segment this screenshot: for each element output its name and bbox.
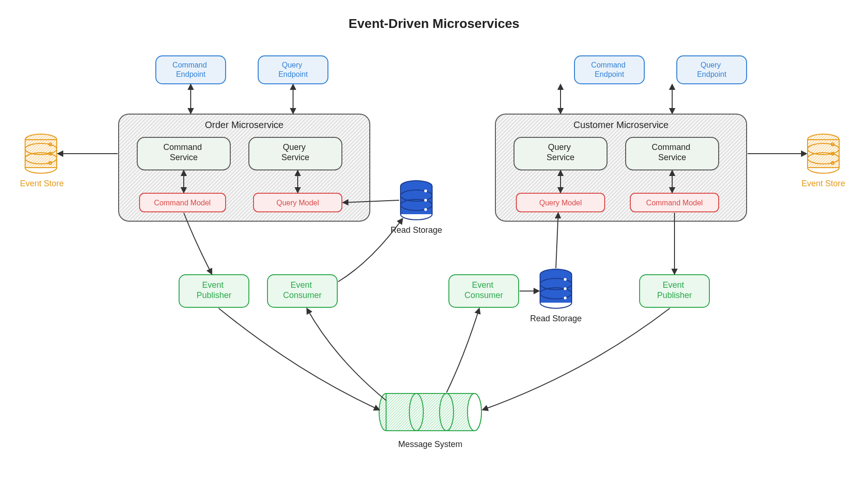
label: Command — [173, 61, 207, 69]
label: Query Model — [539, 199, 582, 207]
order-event-publisher: Event Publisher — [179, 275, 249, 307]
svg-rect-32 — [574, 56, 644, 84]
l1: Event — [662, 280, 684, 290]
diagram-title: Event-Driven Microservices — [348, 16, 519, 31]
order-command-service: Command Service — [137, 137, 230, 170]
order-microservice-title: Order Microservice — [205, 120, 284, 130]
customer-event-consumer: Event Consumer — [449, 275, 519, 307]
l2: Endpoint — [697, 70, 727, 78]
arrow — [219, 308, 379, 410]
label: Command Model — [646, 199, 703, 207]
svg-point-55 — [564, 287, 567, 290]
customer-query-model: Query Model — [516, 193, 605, 212]
label: Event Store — [20, 179, 64, 188]
message-system: Message System — [379, 393, 481, 449]
svg-rect-62 — [386, 393, 474, 431]
customer-query-service: Query Service — [514, 137, 607, 170]
order-command-model: Command Model — [140, 193, 226, 212]
l1: Query — [548, 142, 571, 152]
read-storage-left: Read Storage — [390, 181, 442, 235]
svg-point-63 — [467, 393, 481, 431]
order-query-endpoint: Query Endpoint — [258, 56, 328, 84]
l1: Event — [290, 280, 312, 290]
order-query-service: Query Service — [249, 137, 342, 170]
order-command-endpoint: Command Endpoint — [156, 56, 226, 84]
customer-query-endpoint: Query Endpoint — [677, 56, 747, 84]
l1: Query — [283, 142, 306, 152]
arrow — [307, 309, 386, 400]
label: Query Model — [276, 199, 319, 207]
svg-rect-34 — [677, 56, 747, 84]
l2: Publisher — [657, 291, 692, 300]
l2: Endpoint — [594, 70, 624, 78]
label2: Endpoint — [278, 70, 308, 78]
arrow — [184, 213, 212, 274]
customer-command-model: Command Model — [630, 193, 719, 212]
l2: Service — [281, 153, 309, 162]
svg-point-27 — [424, 208, 427, 211]
order-event-consumer: Event Consumer — [267, 275, 337, 307]
event-store-right: Event Store — [801, 134, 845, 188]
l2: Consumer — [464, 291, 503, 300]
arrow — [483, 308, 670, 410]
l1: Command — [652, 142, 690, 152]
svg-rect-3 — [156, 56, 226, 84]
event-store-left: Event Store — [20, 134, 64, 188]
svg-point-25 — [424, 190, 427, 192]
l1: Event — [472, 280, 493, 290]
l1: Command — [591, 61, 626, 69]
arrow — [447, 309, 479, 393]
label: Command Model — [154, 199, 211, 207]
customer-microservice-title: Customer Microservice — [574, 120, 668, 130]
l2: Service — [170, 153, 198, 162]
read-storage-right: Read Storage — [530, 269, 581, 323]
l2: Publisher — [196, 291, 231, 300]
l1: Event — [202, 280, 223, 290]
l2: Service — [658, 153, 686, 162]
order-query-model: Query Model — [254, 193, 342, 212]
l2: Service — [547, 153, 574, 162]
customer-microservice-container: Customer Microservice Query Service Comm… — [495, 114, 747, 221]
label: Event Store — [801, 179, 845, 188]
svg-point-54 — [564, 278, 567, 281]
svg-point-56 — [564, 297, 567, 299]
svg-rect-5 — [258, 56, 328, 84]
customer-command-endpoint: Command Endpoint — [574, 56, 644, 84]
order-microservice-container: Order Microservice Command Service Query… — [119, 114, 370, 221]
label2: Endpoint — [176, 70, 206, 78]
customer-event-publisher: Event Publisher — [640, 275, 709, 307]
svg-point-26 — [424, 199, 427, 202]
label: Message System — [398, 440, 462, 449]
label: Read Storage — [390, 225, 442, 235]
label: Query — [282, 61, 302, 69]
l2: Consumer — [283, 291, 321, 300]
l1: Query — [701, 61, 721, 69]
label: Read Storage — [530, 314, 581, 323]
customer-command-service: Command Service — [626, 137, 719, 170]
l1: Command — [163, 142, 202, 152]
